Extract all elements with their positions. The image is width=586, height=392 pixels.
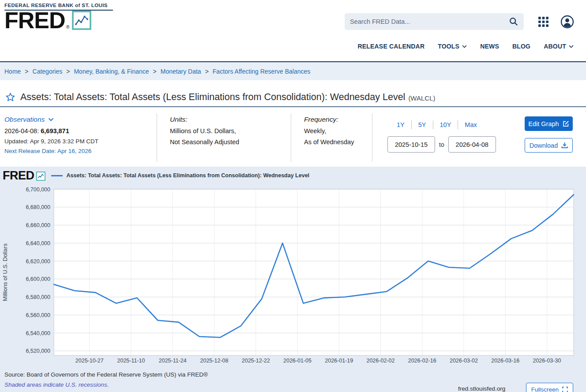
chart-legend: Assets: Total Assets: Total Assets (Less… — [51, 172, 310, 179]
observations-column: Observations 2026-04-08: 6,693,871 Updat… — [4, 116, 98, 154]
search-box — [345, 13, 524, 30]
latest-value: 6,693,871 — [41, 127, 69, 134]
search-input[interactable] — [350, 18, 509, 25]
units-adjustment: Not Seasonally Adjusted — [170, 138, 239, 146]
edit-graph-button[interactable]: Edit Graph — [525, 116, 573, 131]
x-tick-label: 2025-11-24 — [159, 358, 187, 364]
units-column: Units: Millions of U.S. Dollars, Not Sea… — [170, 116, 239, 146]
end-date-input[interactable] — [448, 136, 496, 153]
title-row: Assets: Total Assets: Total Assets (Less… — [5, 90, 436, 105]
breadcrumb-home[interactable]: Home — [4, 68, 21, 75]
plot-background — [54, 189, 574, 355]
fred-logo[interactable]: FRED ® — [4, 11, 91, 30]
site-url: fred.stlouisfed.org — [458, 385, 505, 392]
chevron-down-icon — [462, 45, 467, 48]
nav-about[interactable]: ABOUT — [544, 43, 574, 50]
date-to-label: to — [439, 141, 444, 148]
graph-header: FRED Assets: Total Assets: Total Assets … — [3, 171, 309, 181]
x-tick-label: 2025-11-10 — [117, 358, 145, 364]
y-tick-label: 6,520,000 — [26, 348, 50, 354]
title-divider — [0, 106, 586, 107]
apps-grid-icon[interactable] — [538, 16, 549, 27]
y-tick-label: 6,600,000 — [26, 276, 50, 282]
x-tick-label: 2025-12-08 — [200, 358, 229, 364]
breadcrumb-separator: > — [66, 68, 70, 75]
start-date-input[interactable] — [387, 136, 435, 153]
fred-page: FEDERAL RESERVE BANK of ST. LOUIS FRED ® — [0, 0, 586, 392]
download-button[interactable]: Download — [525, 138, 573, 153]
breadcrumb-categories[interactable]: Categories — [33, 68, 63, 75]
nav-release-calendar[interactable]: RELEASE CALENDAR — [357, 43, 424, 50]
breadcrumb-separator: > — [25, 68, 28, 75]
range-max-button[interactable]: Max — [458, 120, 483, 129]
y-tick-label: 6,580,000 — [26, 294, 50, 300]
column-divider — [291, 113, 291, 162]
breadcrumb-factors-affecting-reserve-balances[interactable]: Factors Affecting Reserve Balances — [213, 68, 311, 75]
fullscreen-button[interactable]: Fullscreen — [526, 383, 573, 392]
page-title: Assets: Total Assets: Total Assets (Less… — [20, 92, 405, 103]
y-tick-label: 6,660,000 — [26, 222, 50, 228]
nav-tools[interactable]: TOOLS — [438, 43, 467, 50]
x-tick-label: 2026-03-16 — [491, 358, 519, 364]
date-range-presets: 1Y 5Y 10Y Max — [390, 120, 484, 129]
chevron-down-icon — [569, 45, 574, 48]
date-range-inputs: to — [387, 136, 496, 153]
recessions-note-link[interactable]: Shaded areas indicate U.S. recessions. — [4, 380, 208, 390]
legend-line-swatch — [51, 175, 63, 176]
column-divider — [372, 113, 372, 162]
x-tick-label: 2026-01-19 — [325, 358, 353, 364]
next-release-link[interactable]: Next Release Date: Apr 16, 2026 — [4, 148, 98, 154]
chevron-down-icon — [48, 118, 54, 121]
y-tick-label: 6,700,000 — [26, 187, 50, 193]
latest-observation: 2026-04-08: 6,693,871 — [4, 127, 98, 134]
x-tick-label: 2026-01-05 — [283, 358, 312, 364]
y-axis-title: Millions of U.S. Dollars — [2, 243, 8, 301]
account-icon[interactable] — [560, 15, 574, 29]
units-label: Units: — [170, 116, 239, 123]
x-tick-label: 2026-03-02 — [450, 358, 478, 364]
x-tick-label: 2026-03-30 — [533, 358, 561, 364]
y-tick-label: 6,640,000 — [26, 240, 50, 246]
graph-fred-logo: FRED — [3, 171, 45, 181]
fred-chart-icon — [72, 11, 91, 30]
favorite-star-icon[interactable] — [5, 92, 15, 102]
fred-logo-text: FRED — [4, 11, 65, 30]
y-tick-label: 6,680,000 — [26, 204, 50, 210]
info-bar: Observations 2026-04-08: 6,693,871 Updat… — [0, 111, 586, 167]
breadcrumb-separator: > — [153, 68, 157, 75]
x-tick-label: 2026-02-02 — [366, 358, 394, 364]
source-attribution: Source: Board of Governors of the Federa… — [4, 370, 208, 380]
observations-dropdown[interactable]: Observations — [4, 116, 98, 123]
nav-news[interactable]: NEWS — [480, 43, 499, 50]
line-chart[interactable]: 2025-10-272025-11-102025-11-242025-12-08… — [0, 182, 581, 365]
graph-source-block: Source: Board of Governors of the Federa… — [4, 370, 208, 390]
units-value: Millions of U.S. Dollars, — [170, 127, 239, 134]
range-10y-button[interactable]: 10Y — [433, 120, 458, 129]
series-ticker: (WALCL) — [408, 93, 435, 102]
column-divider — [157, 113, 157, 162]
frequency-column: Frequency: Weekly, As of Wednesday — [304, 116, 354, 146]
legend-label: Assets: Total Assets: Total Assets (Less… — [67, 172, 310, 179]
frequency-detail: As of Wednesday — [304, 138, 354, 146]
breadcrumb-monetary-data[interactable]: Monetary Data — [161, 68, 201, 75]
breadcrumb-money-banking-finance[interactable]: Money, Banking, & Finance — [74, 68, 149, 75]
search-icon[interactable] — [509, 17, 518, 26]
download-icon — [561, 142, 568, 149]
edit-icon — [563, 120, 569, 127]
graph-section: FRED Assets: Total Assets: Total Assets … — [0, 167, 586, 392]
range-5y-button[interactable]: 5Y — [412, 120, 433, 129]
y-tick-label: 6,560,000 — [26, 312, 50, 318]
x-tick-label: 2025-10-27 — [75, 358, 104, 364]
fullscreen-icon — [562, 387, 568, 392]
breadcrumb-separator: > — [205, 68, 209, 75]
x-tick-label: 2026-02-16 — [408, 358, 436, 364]
nav-blog[interactable]: BLOG — [512, 43, 530, 50]
updated-timestamp: Updated: Apr 9, 2026 3:32 PM CDT — [4, 138, 98, 145]
breadcrumb: Home > Categories > Money, Banking, & Fi… — [0, 62, 586, 80]
fred-logo-text: FRED — [3, 171, 34, 181]
fred-chart-icon — [36, 172, 45, 181]
y-tick-label: 6,620,000 — [26, 258, 50, 265]
registered-mark: ® — [66, 24, 70, 30]
y-tick-label: 6,540,000 — [26, 330, 50, 336]
range-1y-button[interactable]: 1Y — [390, 120, 412, 129]
